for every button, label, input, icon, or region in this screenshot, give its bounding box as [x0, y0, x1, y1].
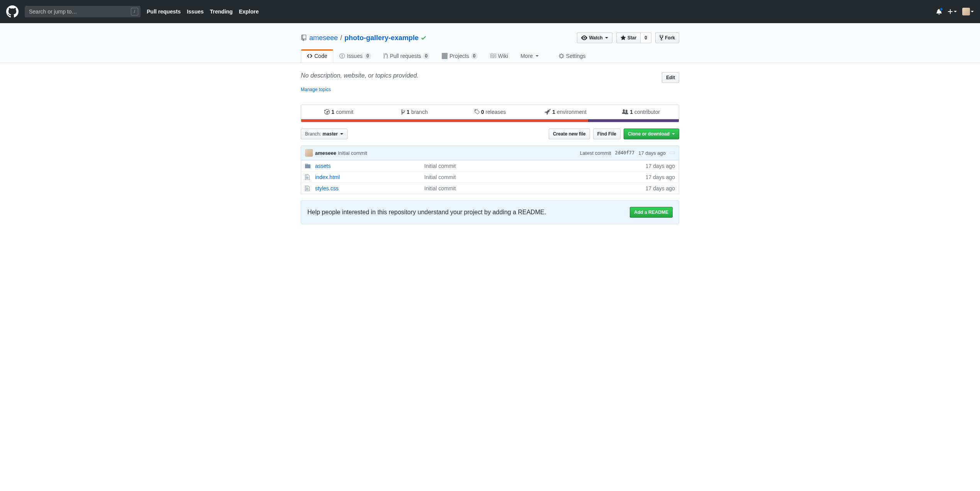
- pull-request-icon: [383, 53, 388, 59]
- chevron-down-icon: [954, 11, 957, 12]
- tag-icon: [474, 109, 480, 115]
- fork-button[interactable]: Fork: [655, 32, 679, 43]
- find-file-button[interactable]: Find File: [593, 129, 621, 139]
- add-readme-button[interactable]: Add a README: [630, 207, 673, 218]
- nav-pulls[interactable]: Pull requests: [147, 8, 181, 15]
- latest-commit-label: Latest commit: [580, 150, 611, 156]
- watch-label: Watch: [589, 34, 603, 42]
- branch-icon: [401, 109, 405, 115]
- people-icon: [622, 109, 628, 115]
- branch-select-button[interactable]: Branch: master: [301, 129, 348, 139]
- file-link[interactable]: styles.css: [315, 185, 339, 191]
- star-count[interactable]: 0: [641, 32, 651, 43]
- file-row: index.htmlInitial commit17 days ago: [301, 172, 679, 183]
- stat-environments[interactable]: 1 environment: [528, 105, 604, 119]
- stat-releases[interactable]: 0 releases: [452, 105, 528, 119]
- create-new-file-button[interactable]: Create new file: [549, 129, 590, 139]
- stat-contributors[interactable]: 1 contributor: [603, 105, 679, 119]
- file-commit-msg[interactable]: Initial commit: [420, 161, 553, 172]
- releases-count: 0: [481, 109, 484, 115]
- tab-projects[interactable]: Projects 0: [436, 49, 483, 63]
- file-age: 17 days ago: [553, 172, 679, 183]
- tab-code[interactable]: Code: [301, 49, 333, 63]
- branch-label: Branch:: [305, 130, 321, 138]
- fork-icon: [660, 35, 663, 41]
- tab-more-label: More: [521, 53, 533, 59]
- github-logo[interactable]: [6, 5, 19, 18]
- lang-segment: [301, 119, 588, 122]
- file-row: styles.cssInitial commit17 days ago: [301, 183, 679, 194]
- file-row: assetsInitial commit17 days ago: [301, 161, 679, 172]
- author-avatar[interactable]: [305, 149, 313, 157]
- ellipsis-icon[interactable]: [670, 152, 675, 154]
- star-icon: [621, 35, 626, 41]
- header-nav: Pull requests Issues Trending Explore: [147, 8, 259, 15]
- commit-age: 17 days ago: [638, 150, 666, 156]
- notifications-button[interactable]: [936, 8, 942, 15]
- chevron-down-icon: [340, 133, 343, 135]
- tab-more[interactable]: More: [514, 49, 545, 63]
- env-label: environment: [557, 109, 587, 115]
- file-link[interactable]: assets: [315, 163, 331, 169]
- edit-description-button[interactable]: Edit: [662, 72, 679, 83]
- commit-tease: ameseee Initial commit Latest commit 2d4…: [301, 146, 679, 160]
- releases-label: releases: [485, 109, 506, 115]
- star-button[interactable]: Star: [616, 32, 641, 43]
- chevron-down-icon: [605, 37, 608, 39]
- stat-branches[interactable]: 1 branch: [377, 105, 453, 119]
- file-name-cell: assets: [311, 161, 420, 172]
- create-new-dropdown[interactable]: [948, 8, 957, 15]
- separator: /: [340, 34, 342, 42]
- code-icon: [307, 53, 312, 59]
- file-navigation: Branch: master Create new file Find File…: [301, 129, 679, 139]
- search-wrap: /: [25, 6, 141, 17]
- repo-icon: [301, 35, 307, 41]
- nav-explore[interactable]: Explore: [239, 8, 259, 15]
- readme-prompt-text: Help people interested in this repositor…: [307, 209, 546, 216]
- file-commit-msg[interactable]: Initial commit: [420, 172, 553, 183]
- fork-label: Fork: [665, 34, 675, 42]
- stat-commits[interactable]: 1 commit: [301, 105, 377, 119]
- watch-button[interactable]: Watch: [577, 32, 612, 43]
- global-header: / Pull requests Issues Trending Explore: [0, 0, 980, 23]
- clone-download-button[interactable]: Clone or download: [624, 129, 679, 139]
- rocket-icon: [544, 109, 551, 115]
- tab-issues[interactable]: Issues 0: [333, 49, 377, 63]
- svg-point-0: [672, 154, 673, 154]
- file-commit-msg[interactable]: Initial commit: [420, 183, 553, 194]
- repo-name-link[interactable]: photo-gallery-example: [344, 34, 419, 42]
- file-age: 17 days ago: [553, 183, 679, 194]
- repo-owner-link[interactable]: ameseee: [309, 34, 338, 42]
- project-icon: [442, 53, 448, 59]
- commit-sha[interactable]: 2d40f77: [615, 150, 635, 156]
- tab-settings[interactable]: Settings: [553, 49, 592, 63]
- pulls-count: 0: [423, 52, 430, 59]
- search-input[interactable]: [25, 6, 141, 17]
- clone-label: Clone or download: [628, 130, 670, 138]
- eye-icon: [581, 35, 587, 41]
- manage-topics-link[interactable]: Manage topics: [301, 87, 331, 92]
- repo-pagehead: ameseee / photo-gallery-example Watch St…: [0, 23, 980, 63]
- language-bar[interactable]: [301, 119, 679, 122]
- user-menu[interactable]: [962, 8, 974, 15]
- book-icon: [490, 53, 496, 59]
- issues-count: 0: [365, 52, 371, 59]
- history-icon: [324, 109, 330, 115]
- contrib-label: contributor: [634, 109, 660, 115]
- tab-wiki[interactable]: Wiki: [484, 49, 514, 63]
- header-right: [936, 8, 974, 15]
- commit-message[interactable]: Initial commit: [338, 150, 367, 156]
- nav-trending[interactable]: Trending: [210, 8, 233, 15]
- file-tree: assetsInitial commit17 days agoindex.htm…: [301, 160, 679, 194]
- tab-pulls[interactable]: Pull requests 0: [377, 49, 436, 63]
- commit-author[interactable]: ameseee: [315, 150, 336, 156]
- repo-actions: Watch Star 0 Fork: [577, 32, 679, 43]
- file-icon: [301, 172, 312, 183]
- nav-issues[interactable]: Issues: [187, 8, 204, 15]
- file-age: 17 days ago: [553, 161, 679, 172]
- tab-settings-label: Settings: [566, 53, 586, 59]
- file-link[interactable]: index.html: [315, 174, 340, 180]
- repo-title: ameseee / photo-gallery-example: [301, 34, 426, 42]
- svg-point-1: [673, 154, 674, 154]
- commits-count: 1: [331, 109, 334, 115]
